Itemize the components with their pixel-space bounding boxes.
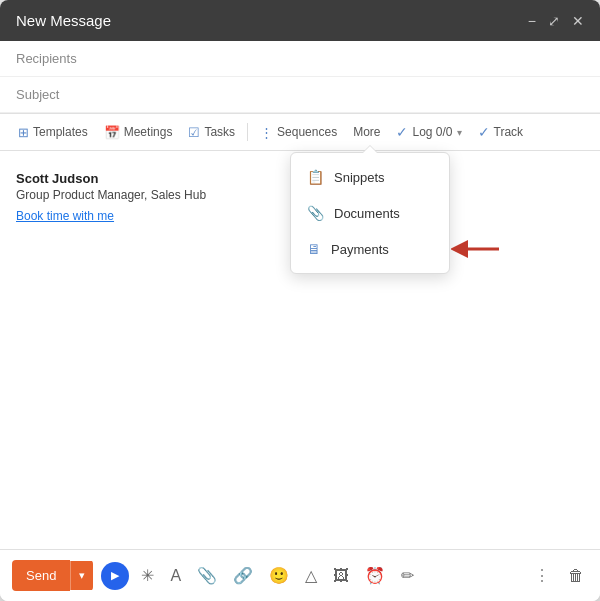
toolbar-templates[interactable]: ⊞ Templates: [12, 121, 94, 144]
recipients-field[interactable]: Recipients: [0, 41, 600, 77]
subject-label: Subject: [16, 87, 59, 102]
meetings-label: Meetings: [124, 125, 173, 139]
title-bar: New Message − ⤢ ✕: [0, 0, 600, 41]
tasks-label: Tasks: [204, 125, 235, 139]
send-dropdown-button[interactable]: ▾: [70, 561, 93, 590]
delete-button[interactable]: 🗑: [564, 563, 588, 589]
window-controls: − ⤢ ✕: [528, 14, 584, 28]
snippets-label: Snippets: [334, 170, 385, 185]
toolbar-track[interactable]: ✓ Track: [472, 120, 530, 144]
image-button[interactable]: 🖼: [329, 563, 353, 589]
toolbar-divider-1: [247, 123, 248, 141]
documents-icon: 📎: [307, 205, 324, 221]
documents-label: Documents: [334, 206, 400, 221]
track-label: Track: [494, 125, 524, 139]
sequences-icon: ⋮: [260, 125, 273, 140]
payments-label: Payments: [331, 242, 389, 257]
toolbar-log[interactable]: ✓ Log 0/0 ▾: [390, 120, 467, 144]
expand-button[interactable]: ⤢: [548, 14, 560, 28]
log-label: Log 0/0: [412, 125, 452, 139]
dropdown-snippets[interactable]: 📋 Snippets: [291, 159, 449, 195]
send-button-group: Send ▾: [12, 560, 93, 591]
toolbar-sequences[interactable]: ⋮ Sequences: [254, 121, 343, 144]
templates-label: Templates: [33, 125, 88, 139]
subject-field[interactable]: Subject: [0, 77, 600, 113]
more-label: More: [353, 125, 380, 139]
log-check-icon: ✓: [396, 124, 408, 140]
more-options-button[interactable]: ⋮: [530, 562, 556, 589]
text-format-button[interactable]: A: [166, 563, 185, 589]
compose-toolbar: ⊞ Templates 📅 Meetings ☑ Tasks ⋮ Sequenc…: [0, 114, 600, 151]
fields-area: Recipients Subject: [0, 41, 600, 114]
clock-button[interactable]: ⏰: [361, 562, 389, 589]
close-button[interactable]: ✕: [572, 14, 584, 28]
window-title: New Message: [16, 12, 111, 29]
templates-icon: ⊞: [18, 125, 29, 140]
recipients-label: Recipients: [16, 51, 77, 66]
dropdown-documents[interactable]: 📎 Documents: [291, 195, 449, 231]
more-dropdown-menu: 📋 Snippets 📎 Documents 🖥 Payments: [290, 152, 450, 274]
toolbar-more[interactable]: More: [347, 121, 386, 143]
book-time-link[interactable]: Book time with me: [16, 209, 114, 223]
attach-button[interactable]: 📎: [193, 562, 221, 589]
asterisk-button[interactable]: ✳: [137, 562, 158, 589]
compose-window: New Message − ⤢ ✕ Recipients Subject ⊞ T…: [0, 0, 600, 601]
bottom-toolbar: Send ▾ ▶ ✳ A 📎 🔗 🙂 △ 🖼 ⏰ ✏ ⋮ 🗑: [0, 549, 600, 601]
triangle-button[interactable]: △: [301, 562, 321, 589]
sequences-label: Sequences: [277, 125, 337, 139]
payments-icon: 🖥: [307, 241, 321, 257]
toolbar-tasks[interactable]: ☑ Tasks: [182, 121, 241, 144]
pen-button[interactable]: ✏: [397, 562, 418, 589]
log-dropdown-arrow: ▾: [457, 127, 462, 138]
link-button[interactable]: 🔗: [229, 562, 257, 589]
snippets-icon: 📋: [307, 169, 324, 185]
meetings-icon: 📅: [104, 125, 120, 140]
emoji-button[interactable]: 🙂: [265, 562, 293, 589]
track-check-icon: ✓: [478, 124, 490, 140]
minimize-button[interactable]: −: [528, 14, 536, 28]
tasks-icon: ☑: [188, 125, 200, 140]
dropdown-payments[interactable]: 🖥 Payments: [291, 231, 449, 267]
play-button[interactable]: ▶: [101, 562, 129, 590]
orange-arrow-annotation: [451, 238, 501, 260]
send-button[interactable]: Send: [12, 560, 70, 591]
toolbar-meetings[interactable]: 📅 Meetings: [98, 121, 179, 144]
